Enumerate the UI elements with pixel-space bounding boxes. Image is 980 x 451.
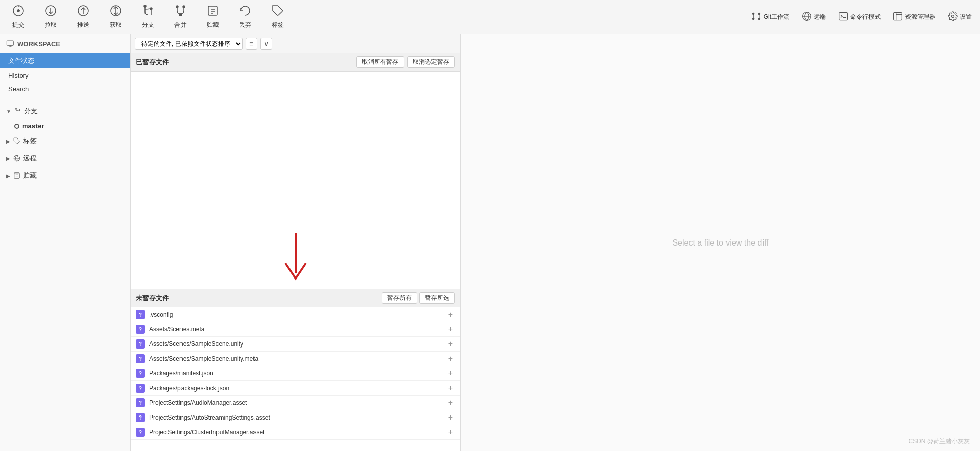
git-flow-button[interactable]: Git工作流 bbox=[747, 9, 793, 25]
diff-panel: Select a file to view the diff bbox=[460, 34, 980, 451]
svg-point-27 bbox=[752, 18, 754, 19]
file-add-button[interactable]: + bbox=[446, 413, 455, 422]
branch-button[interactable]: 分支 bbox=[134, 3, 162, 31]
file-name: Assets/Scenes/SampleScene.unity bbox=[149, 340, 446, 348]
push-label: 推送 bbox=[77, 21, 89, 29]
remote-icon bbox=[802, 11, 812, 23]
main-area: WORKSPACE 文件状态 History Search ▼ 分支 maste… bbox=[0, 34, 980, 451]
file-list-item[interactable]: ? Assets/Scenes.meta + bbox=[131, 322, 460, 337]
stash-empty-area bbox=[131, 72, 460, 289]
file-question-icon: ? bbox=[136, 413, 145, 422]
stash-icon bbox=[207, 5, 219, 20]
remote-button[interactable]: 远端 bbox=[797, 9, 830, 25]
svg-point-12 bbox=[144, 5, 146, 7]
settings-button[interactable]: 设置 bbox=[943, 9, 976, 25]
file-add-button[interactable]: + bbox=[446, 339, 455, 349]
tag-section-icon bbox=[13, 137, 20, 145]
file-list-item[interactable]: ? ProjectSettings/AudioManager.asset + bbox=[131, 396, 460, 410]
git-flow-icon bbox=[751, 11, 761, 23]
stash-label: 贮藏 bbox=[207, 21, 219, 29]
cancel-selected-stash-button[interactable]: 取消选定暂存 bbox=[407, 56, 455, 68]
tag-chevron-icon: ▶ bbox=[6, 138, 10, 144]
svg-point-26 bbox=[758, 13, 760, 14]
file-list-item[interactable]: ? ProjectSettings/ClusterInputManager.as… bbox=[131, 425, 460, 440]
explorer-button[interactable]: 资源管理器 bbox=[889, 9, 939, 25]
sidebar-item-file-status[interactable]: 文件状态 bbox=[0, 53, 130, 68]
commit-button[interactable]: 提交 bbox=[4, 3, 32, 31]
sidebar-section-stash[interactable]: ▶ 贮藏 bbox=[0, 167, 130, 184]
file-name: Packages/packages-lock.json bbox=[149, 385, 446, 392]
stash-all-button[interactable]: 暂存所有 bbox=[382, 292, 417, 304]
unstash-title: 未暂存文件 bbox=[136, 294, 169, 303]
stash-selected-button[interactable]: 暂存所选 bbox=[419, 292, 455, 304]
settings-icon bbox=[948, 11, 958, 23]
remote-section-label: 远程 bbox=[23, 154, 37, 163]
sidebar-section-remote[interactable]: ▶ 远程 bbox=[0, 150, 130, 167]
merge-label: 合并 bbox=[174, 21, 187, 29]
cancel-all-stash-button[interactable]: 取消所有暂存 bbox=[356, 56, 404, 68]
workspace-header: WORKSPACE bbox=[0, 34, 130, 53]
file-question-icon: ? bbox=[136, 384, 145, 393]
svg-rect-35 bbox=[894, 13, 902, 20]
tag-button[interactable]: 标签 bbox=[264, 3, 292, 31]
pull-button[interactable]: 拉取 bbox=[37, 3, 65, 31]
dropdown-icon-btn[interactable]: ∨ bbox=[260, 38, 272, 50]
file-add-button[interactable]: + bbox=[446, 354, 455, 363]
file-list-item[interactable]: ? .vsconfig + bbox=[131, 307, 460, 322]
file-list-item[interactable]: ? Packages/packages-lock.json + bbox=[131, 381, 460, 396]
file-list-item[interactable]: ? ProjectSettings/AutoStreamingSettings.… bbox=[131, 410, 460, 425]
file-add-button[interactable]: + bbox=[446, 325, 455, 334]
fetch-button[interactable]: 获取 bbox=[101, 3, 130, 31]
sidebar: WORKSPACE 文件状态 History Search ▼ 分支 maste… bbox=[0, 34, 131, 451]
sidebar-section-tag[interactable]: ▶ 标签 bbox=[0, 132, 130, 150]
sidebar-branch-master[interactable]: master bbox=[0, 120, 130, 132]
file-question-icon: ? bbox=[136, 369, 145, 378]
svg-rect-20 bbox=[208, 6, 217, 15]
file-list-item[interactable]: ? Assets/Scenes/SampleScene.unity.meta + bbox=[131, 352, 460, 366]
sidebar-item-history[interactable]: History bbox=[0, 68, 130, 82]
menu-icon-btn[interactable]: ≡ bbox=[246, 38, 257, 50]
chevron-down-icon: ∨ bbox=[264, 40, 269, 48]
file-list-item[interactable]: ? Packages/manifest.json + bbox=[131, 366, 460, 381]
diff-placeholder-text: Select a file to view the diff bbox=[672, 238, 768, 248]
merge-button[interactable]: 合并 bbox=[166, 3, 195, 31]
unstash-panel: 未暂存文件 暂存所有 暂存所选 ? .vsconfig + ? Assets/S… bbox=[131, 289, 460, 451]
sidebar-item-search[interactable]: Search bbox=[0, 82, 130, 96]
tag-icon bbox=[272, 5, 284, 20]
sidebar-section-branch[interactable]: ▼ 分支 bbox=[0, 102, 130, 120]
explorer-icon bbox=[893, 11, 903, 23]
sort-filter-select[interactable]: 待定的文件, 已依照文件状态排序 bbox=[135, 38, 243, 50]
file-question-icon: ? bbox=[136, 428, 145, 437]
file-add-button[interactable]: + bbox=[446, 428, 455, 437]
file-name: Assets/Scenes.meta bbox=[149, 326, 446, 333]
pull-label: 拉取 bbox=[45, 21, 57, 29]
file-add-button[interactable]: + bbox=[446, 310, 455, 319]
file-question-icon: ? bbox=[136, 339, 145, 349]
file-add-button[interactable]: + bbox=[446, 384, 455, 393]
file-name: ProjectSettings/AutoStreamingSettings.as… bbox=[149, 414, 446, 421]
terminal-button[interactable]: 命令行模式 bbox=[834, 9, 885, 25]
branch-section-label: 分支 bbox=[24, 107, 38, 116]
svg-point-3 bbox=[17, 10, 19, 12]
sidebar-divider bbox=[0, 99, 130, 99]
file-list-item[interactable]: ? Assets/Scenes/SampleScene.unity + bbox=[131, 337, 460, 352]
unstash-header: 未暂存文件 暂存所有 暂存所选 bbox=[131, 289, 460, 307]
discard-icon bbox=[239, 5, 251, 20]
file-add-button[interactable]: + bbox=[446, 369, 455, 378]
svg-point-28 bbox=[758, 18, 760, 19]
push-button[interactable]: 推送 bbox=[69, 3, 97, 31]
file-add-button[interactable]: + bbox=[446, 398, 455, 407]
file-question-icon: ? bbox=[136, 398, 145, 407]
tag-section-label: 标签 bbox=[23, 136, 37, 146]
stash-button[interactable]: 贮藏 bbox=[199, 3, 227, 31]
stash-chevron-icon: ▶ bbox=[6, 173, 10, 179]
right-area: 待定的文件, 已依照文件状态排序 ≡ ∨ 已暂存文件 取消所有暂存 取消选定暂存 bbox=[131, 34, 980, 451]
file-list: ? .vsconfig + ? Assets/Scenes.meta + ? A… bbox=[131, 307, 460, 451]
svg-rect-39 bbox=[7, 41, 13, 45]
svg-point-13 bbox=[150, 8, 152, 10]
branch-chevron-icon: ▼ bbox=[6, 109, 11, 114]
file-question-icon: ? bbox=[136, 325, 145, 334]
file-question-icon: ? bbox=[136, 354, 145, 363]
discard-button[interactable]: 丢弃 bbox=[231, 3, 260, 31]
stash-panel: 已暂存文件 取消所有暂存 取消选定暂存 bbox=[131, 53, 460, 289]
